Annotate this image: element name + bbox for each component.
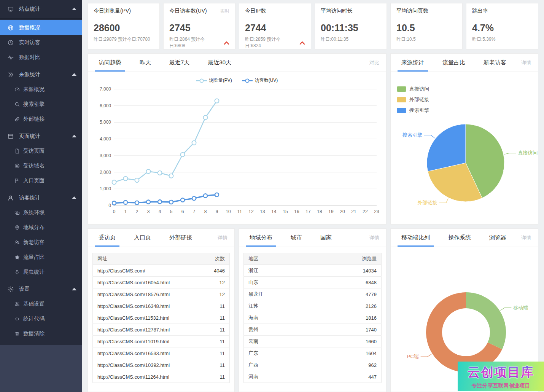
sidebar-item-label: 地域分布 [23, 224, 45, 231]
legend-swatch [397, 97, 406, 102]
visited-pages-action-link[interactable]: 详情 [218, 229, 227, 247]
legend-item[interactable]: 直接访问 [397, 86, 429, 92]
tab-last-30-days[interactable]: 最近30天 [204, 54, 235, 72]
stat-card-title: 今日浏览量(PV) [94, 8, 131, 14]
sidebar-item-settings[interactable]: 设置 [0, 282, 82, 296]
sidebar-item-new-old-visitors[interactable]: 新老访客 [0, 235, 82, 250]
table-row[interactable]: 黑龙江4779 [244, 288, 382, 300]
table-row[interactable]: http://ClassCMS.com/11019.html11 [93, 336, 230, 347]
tab-last-7-days[interactable]: 最近7天 [165, 54, 193, 72]
tab-new-old-visitors[interactable]: 新老访客 [480, 54, 510, 72]
sidebar-item-visited-pages[interactable]: 受访页面 [0, 143, 82, 158]
legend-item[interactable]: 浏览量(PV) [196, 77, 232, 84]
main-content: 今日浏览量(PV)28600昨日:29879 预计今日:70780今日访客数(U… [82, 0, 544, 392]
table-row[interactable]: 广西962 [244, 359, 382, 371]
svg-text:17: 17 [305, 209, 311, 214]
tab-mobile-ratio[interactable]: 移动端比列 [398, 229, 434, 247]
tab-traffic-share[interactable]: 流量占比 [439, 54, 469, 72]
device-ratio-action-link[interactable]: 详情 [521, 229, 531, 247]
region-action-link[interactable]: 详情 [369, 229, 379, 247]
table-row[interactable]: http://ClassCMS.com/4046 [93, 265, 230, 277]
table-row[interactable]: 河南447 [244, 371, 382, 383]
sidebar-item-data-clear[interactable]: 数据清除 [0, 326, 82, 341]
table-row[interactable]: 山东6848 [244, 277, 382, 288]
device-ratio-tabs: 移动端比列操作系统浏览器详情 [391, 229, 538, 247]
row-value: 1816 [313, 312, 382, 324]
row-value: 2126 [313, 300, 382, 312]
table-row[interactable]: http://ClassCMS.com/10392.html11 [93, 359, 230, 371]
tab-external-link[interactable]: 外部链接 [165, 229, 196, 247]
legend-item[interactable]: 访客数(UV) [242, 77, 278, 84]
tab-os[interactable]: 操作系统 [444, 229, 475, 247]
tab-source-stats[interactable]: 来源统计 [398, 54, 428, 72]
sidebar-item-visitor-stats[interactable]: 访客统计 [0, 190, 82, 205]
table-row[interactable]: 江苏2126 [244, 300, 382, 312]
table-row[interactable]: 贵州1740 [244, 324, 382, 336]
visited-pages-table: 网址次数http://ClassCMS.com/4046http://Class… [92, 253, 230, 383]
stat-card-title: 今日访客数(UV) [169, 8, 207, 14]
table-row[interactable]: http://ClassCMS.com/16348.html11 [93, 300, 230, 312]
table-row[interactable]: http://ClassCMS.com/16533.html11 [93, 347, 230, 359]
sidebar-item-external-links[interactable]: 外部链接 [0, 112, 82, 126]
stat-card-value: 2745 [164, 18, 235, 33]
legend-item[interactable]: 搜索引擎 [397, 107, 429, 114]
tab-region-distribution[interactable]: 地域分布 [246, 229, 276, 247]
svg-text:4: 4 [159, 209, 161, 214]
sidebar-item-label: 访客统计 [19, 194, 40, 201]
stat-card-value: 28600 [88, 18, 159, 33]
table-row[interactable]: 海南1816 [244, 312, 382, 324]
sidebar-item-search-engine[interactable]: 搜索引擎 [0, 97, 82, 112]
sidebar-item-label: 页面统计 [19, 133, 40, 140]
sidebar-item-entry-pages[interactable]: 入口页面 [0, 173, 82, 188]
sidebar-item-system-env[interactable]: 系统环境 [0, 205, 82, 220]
sidebar-item-site-stats[interactable]: 站点统计 [0, 2, 82, 16]
table-row[interactable]: http://ClassCMS.com/16054.html12 [93, 277, 230, 288]
svg-text:PC端: PC端 [407, 354, 419, 359]
column-header: 地区 [244, 253, 313, 265]
table-row[interactable]: http://ClassCMS.com/11264.html11 [93, 371, 230, 383]
row-label: http://ClassCMS.com/11264.html [93, 371, 202, 383]
sidebar-item-visited-domains[interactable]: 受访域名 [0, 158, 82, 173]
tab-visited-page[interactable]: 受访页 [95, 229, 119, 247]
row-label: http://ClassCMS.com/ [93, 265, 202, 277]
collapse-arrow-icon[interactable] [72, 73, 76, 76]
sidebar-item-tracking-code[interactable]: 统计代码 [0, 311, 82, 326]
table-row[interactable]: http://ClassCMS.com/12787.html11 [93, 324, 230, 336]
visit-trend-action-link[interactable]: 对比 [369, 54, 379, 72]
collapse-arrow-icon[interactable] [72, 8, 76, 10]
tab-country[interactable]: 国家 [317, 229, 336, 247]
table-row[interactable]: 浙江14034 [244, 265, 382, 277]
sidebar-item-page-stats[interactable]: 页面统计 [0, 129, 82, 143]
legend-item[interactable]: 外部链接 [397, 96, 429, 103]
collapse-arrow-icon[interactable] [72, 135, 76, 137]
tab-entry-page[interactable]: 入口页 [130, 229, 155, 247]
stat-card-title: 平均访问时长 [321, 8, 353, 14]
tab-city[interactable]: 城市 [287, 229, 306, 247]
stat-card-footer: 昨日:00:11:35 [321, 36, 348, 43]
table-row[interactable]: http://ClassCMS.com/18576.html12 [93, 288, 230, 300]
collapse-arrow-icon[interactable] [72, 196, 76, 199]
table-row[interactable]: 云南1660 [244, 336, 382, 347]
sidebar-item-data-compare[interactable]: 数据对比 [0, 50, 82, 65]
sidebar-item-data-overview[interactable]: 数据概况 [0, 20, 82, 35]
sidebar-item-label: 受访页面 [23, 148, 45, 155]
sidebar-item-region-distribution[interactable]: 地域分布 [0, 220, 82, 235]
table-row[interactable]: 广东1604 [244, 347, 382, 359]
source-stats-action-link[interactable]: 详情 [521, 54, 531, 72]
tab-browser[interactable]: 浏览器 [485, 229, 510, 247]
watermark-title: 云创项目库 [468, 364, 534, 381]
table-row[interactable]: http://ClassCMS.com/11532.html11 [93, 312, 230, 324]
sidebar-item-crawler-stats[interactable]: 爬虫统计 [0, 265, 82, 279]
collapse-arrow-icon[interactable] [72, 288, 76, 290]
users-icon [14, 239, 20, 245]
stat-card-value: 2744 [239, 18, 311, 33]
sidebar-item-traffic-share[interactable]: 流量占比 [0, 250, 82, 265]
tab-yesterday[interactable]: 昨天 [136, 54, 155, 72]
svg-text:外部链接: 外部链接 [417, 200, 437, 206]
sidebar-item-basic-settings[interactable]: 基础设置 [0, 296, 82, 311]
sidebar-item-source-overview[interactable]: 来源概况 [0, 82, 82, 97]
tab-visit-trend[interactable]: 访问趋势 [95, 54, 125, 72]
sidebar-item-source-stats[interactable]: 来源统计 [0, 67, 82, 82]
sidebar-item-realtime-visitors[interactable]: 实时访客 [0, 35, 82, 50]
sidebar-item-label: 数据对比 [19, 54, 40, 61]
